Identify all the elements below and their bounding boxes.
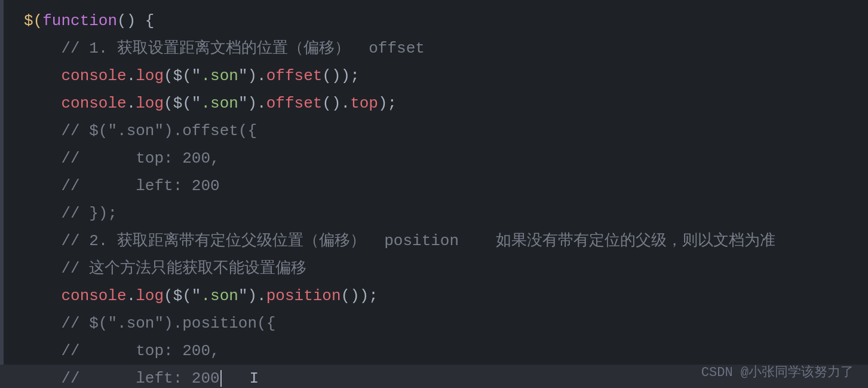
token: // top: 200, <box>24 337 220 365</box>
token: position <box>266 282 341 310</box>
token: console <box>61 90 126 117</box>
token: top <box>350 90 378 117</box>
token: ()); <box>341 282 378 310</box>
token: I <box>222 365 259 388</box>
code-line-4[interactable]: console.log($(".son").offset().top); <box>0 90 868 117</box>
token: // left: 200 <box>24 365 220 388</box>
token: // 2. 获取距离带有定位父级位置（偏移） position 如果没有带有定位… <box>24 227 775 255</box>
code-line-2[interactable]: // 1. 获取设置距离文档的位置（偏移） offset <box>0 35 868 62</box>
token: // 这个方法只能获取不能设置偏移 <box>24 255 306 282</box>
token: ($(" <box>164 282 201 310</box>
token: console <box>61 282 126 310</box>
token: offset <box>266 62 323 90</box>
token: // }); <box>24 200 117 227</box>
token: . <box>127 282 136 310</box>
token: "). <box>238 90 266 117</box>
token: ()); <box>322 62 359 90</box>
code-line-6[interactable]: // top: 200, <box>0 145 868 172</box>
token: "). <box>238 282 266 310</box>
token: log <box>136 282 164 310</box>
token: offset <box>266 90 323 117</box>
token: $( <box>24 7 42 35</box>
code-line-1[interactable]: $(function() { <box>0 7 868 35</box>
code-line-10[interactable]: // 这个方法只能获取不能设置偏移 <box>0 255 868 282</box>
token: // $(".son").position({ <box>24 310 275 337</box>
code-line-13[interactable]: // top: 200, <box>0 337 868 365</box>
code-line-5[interactable]: // $(".son").offset({ <box>0 117 868 145</box>
code-line-12[interactable]: // $(".son").position({ <box>0 310 868 337</box>
token <box>24 90 61 117</box>
token: . <box>127 62 136 90</box>
token: function <box>42 7 117 35</box>
token: // top: 200, <box>24 145 220 172</box>
token: // $(".son").offset({ <box>24 117 257 145</box>
watermark: CSDN @小张同学该努力了 <box>701 363 854 381</box>
token <box>24 282 61 310</box>
token: // left: 200 <box>24 172 220 200</box>
code-line-3[interactable]: console.log($(".son").offset()); <box>0 62 868 90</box>
token: .son <box>201 282 238 310</box>
code-line-9[interactable]: // 2. 获取距离带有定位父级位置（偏移） position 如果没有带有定位… <box>0 227 868 255</box>
token: "). <box>238 62 266 90</box>
token: .son <box>201 62 238 90</box>
token: .son <box>201 90 238 117</box>
code-area[interactable]: $(function() { // 1. 获取设置距离文档的位置（偏移） off… <box>0 5 868 388</box>
token: . <box>127 90 136 117</box>
token: // 1. 获取设置距离文档的位置（偏移） offset <box>24 35 425 62</box>
token: ($(" <box>164 90 201 117</box>
token: log <box>136 90 164 117</box>
code-line-11[interactable]: console.log($(".son").position()); <box>0 282 868 310</box>
code-line-8[interactable]: // }); <box>0 200 868 227</box>
token: ($(" <box>164 62 201 90</box>
token: () { <box>117 7 154 35</box>
token: ); <box>378 90 397 117</box>
token: log <box>136 62 164 90</box>
code-line-7[interactable]: // left: 200 <box>0 172 868 200</box>
editor-container: $(function() { // 1. 获取设置距离文档的位置（偏移） off… <box>0 0 868 388</box>
token <box>24 62 61 90</box>
token: console <box>61 62 126 90</box>
token: (). <box>322 90 350 117</box>
